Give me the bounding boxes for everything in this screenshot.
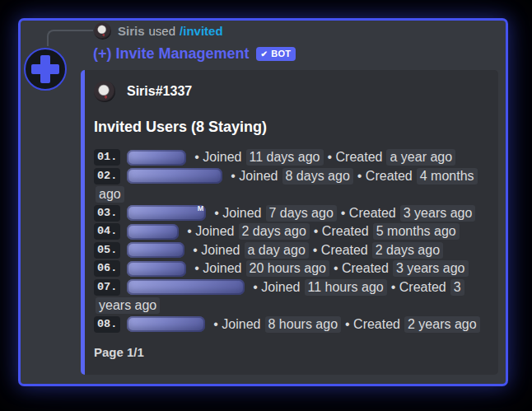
list-item: 02.• Joined8 days ago• Created4 months <box>94 167 485 186</box>
list-item-wrap-line: years ago <box>94 297 485 315</box>
reply-author-avatar[interactable] <box>94 22 111 40</box>
verified-check-icon: ✔ <box>261 50 268 58</box>
separator-text: • Joined <box>213 317 260 332</box>
bot-username[interactable]: (+) Invite Management <box>93 45 250 63</box>
list-item: 08.• Joined8 hours ago• Created2 years a… <box>94 315 485 334</box>
slash-command-link[interactable]: /invited <box>180 24 223 38</box>
separator-text: • Created <box>313 243 368 258</box>
embed-author-row: Siris#1337 <box>94 81 485 102</box>
relative-timestamp: 7 days ago <box>266 205 337 222</box>
entry-number: 03. <box>94 205 120 222</box>
invited-users-list: 01.• Joined11 days ago• Createda year ag… <box>94 148 485 334</box>
reply-username[interactable]: Siris <box>118 24 145 38</box>
message-header: (+) Invite Management ✔ BOT <box>93 44 296 64</box>
relative-timestamp: 3 <box>450 279 464 296</box>
list-item-wrap-line: ago <box>94 185 485 204</box>
embed-author-name: Siris#1337 <box>127 84 192 99</box>
separator-text: • Joined <box>214 206 261 221</box>
relative-timestamp: 2 days ago <box>239 223 310 240</box>
separator-text: • Created <box>357 169 413 184</box>
relative-timestamp: 3 years ago <box>400 205 476 222</box>
separator-text: • Joined <box>187 224 234 239</box>
relative-timestamp: 11 hours ago <box>305 279 387 296</box>
relative-timestamp: 8 days ago <box>282 168 353 184</box>
relative-timestamp: 5 months ago <box>373 223 460 240</box>
entry-number: 01. <box>94 149 120 166</box>
relative-timestamp: 2 years ago <box>404 316 480 333</box>
relative-timestamp: ago <box>96 186 124 203</box>
separator-text: • Joined <box>253 280 300 295</box>
list-item: 01.• Joined11 days ago• Createda year ag… <box>94 148 485 167</box>
embed-title: Invited Users (8 Staying) <box>94 119 485 137</box>
reply-preview[interactable]: Siris used /invited <box>94 21 223 40</box>
relative-timestamp: 2 days ago <box>372 242 443 259</box>
reply-spine <box>47 30 93 46</box>
relative-timestamp: a day ago <box>245 242 309 259</box>
bot-avatar[interactable] <box>24 48 67 91</box>
embed-footer-page: Page 1/1 <box>94 345 485 359</box>
separator-text: • Created <box>328 150 383 165</box>
redacted-user-mention-pill[interactable] <box>127 150 186 166</box>
relative-timestamp: 4 months <box>417 168 478 184</box>
redacted-user-mention-pill[interactable] <box>127 168 222 184</box>
entry-number: 07. <box>94 279 120 296</box>
separator-text: • Joined <box>193 243 240 258</box>
entry-number: 04. <box>94 223 120 240</box>
separator-text: • Joined <box>231 169 278 184</box>
separator-text: • Joined <box>194 261 241 276</box>
entry-number: 02. <box>94 168 120 184</box>
relative-timestamp: 8 hours ago <box>265 316 342 333</box>
redacted-user-mention-pill[interactable] <box>127 261 186 277</box>
relative-timestamp: years ago <box>96 297 160 314</box>
redacted-user-mention-pill[interactable] <box>127 279 245 295</box>
mention-text-fragment: M <box>198 205 204 213</box>
list-item: 07.• Joined11 hours ago• Created3 <box>94 278 485 297</box>
bot-badge: ✔ BOT <box>256 47 296 61</box>
reply-action-text: used <box>149 24 176 38</box>
redacted-user-mention-pill[interactable]: M <box>127 205 206 221</box>
relative-timestamp: a year ago <box>386 149 455 166</box>
redacted-user-mention-pill[interactable] <box>127 242 184 258</box>
entry-number: 06. <box>94 260 120 277</box>
redacted-user-mention-pill[interactable] <box>127 224 179 240</box>
embed-author-avatar <box>94 81 115 102</box>
invite-management-embed: Siris#1337 Invited Users (8 Staying) 01.… <box>81 70 498 375</box>
list-item: 03.M• Joined7 days ago• Created3 years a… <box>94 204 485 223</box>
separator-text: • Created <box>334 261 389 276</box>
redacted-user-mention-pill[interactable] <box>127 316 205 332</box>
list-item: 05.• Joineda day ago• Created2 days ago <box>94 241 485 260</box>
relative-timestamp: 11 days ago <box>246 149 324 166</box>
separator-text: • Created <box>345 317 400 332</box>
highlighted-message-frame: Siris used /invited (+) Invite Managemen… <box>18 18 508 386</box>
separator-text: • Created <box>391 280 446 295</box>
list-item: 04.• Joined2 days ago• Created5 months a… <box>94 222 485 241</box>
bot-badge-label: BOT <box>271 49 291 58</box>
plus-icon <box>31 64 59 74</box>
relative-timestamp: 20 hours ago <box>246 260 329 277</box>
entry-number: 08. <box>94 316 120 333</box>
list-item: 06.• Joined20 hours ago• Created3 years … <box>94 259 485 278</box>
relative-timestamp: 3 years ago <box>393 260 469 277</box>
separator-text: • Created <box>314 224 369 239</box>
separator-text: • Joined <box>194 150 241 165</box>
separator-text: • Created <box>341 206 396 221</box>
entry-number: 05. <box>94 242 120 259</box>
